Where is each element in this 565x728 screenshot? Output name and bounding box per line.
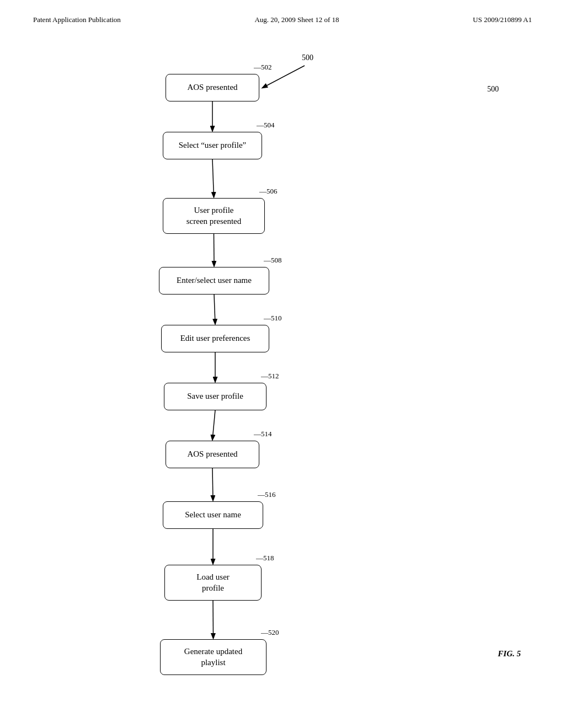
flow-box-502: AOS presented xyxy=(166,74,259,101)
flow-box-506: User profilescreen presented xyxy=(163,198,265,234)
node-label-516: —516 xyxy=(258,490,276,499)
node-label-520: —520 xyxy=(261,628,279,637)
page-header: Patent Application Publication Aug. 20, … xyxy=(0,0,565,30)
flow-box-512: Save user profile xyxy=(164,383,266,410)
node-label-514: —514 xyxy=(254,430,272,438)
flow-box-508: Enter/select user name xyxy=(159,267,269,295)
svg-line-7 xyxy=(212,468,213,500)
node-label-506: —506 xyxy=(259,187,278,196)
flow-box-510: Edit user preferences xyxy=(161,325,269,352)
node-label-502: —502 xyxy=(254,63,272,72)
header-right: US 2009/210899 A1 xyxy=(473,15,532,24)
node-label-508: —508 xyxy=(264,256,282,265)
svg-line-4 xyxy=(214,295,215,324)
svg-line-6 xyxy=(212,410,215,440)
flow-box-514: AOS presented xyxy=(166,441,259,468)
flow-box-516: Select user name xyxy=(163,501,263,529)
flow-arrows xyxy=(0,30,565,703)
svg-line-3 xyxy=(214,234,215,266)
header-middle: Aug. 20, 2009 Sheet 12 of 18 xyxy=(254,15,339,24)
svg-line-2 xyxy=(212,159,214,197)
svg-line-9 xyxy=(213,601,214,638)
ref-500-label: 500 xyxy=(302,53,313,62)
node-label-510: —510 xyxy=(264,314,282,323)
flow-box-520: Generate updatedplaylist xyxy=(160,639,266,675)
diagram-container: FIG. 5 500 AOS presented—502Select “user… xyxy=(0,30,565,703)
node-label-518: —518 xyxy=(256,554,274,563)
flow-box-504: Select “user profile” xyxy=(163,132,262,159)
node-label-512: —512 xyxy=(261,372,279,381)
header-left: Patent Application Publication xyxy=(33,15,121,24)
figure-label: FIG. 5 xyxy=(498,649,521,659)
flow-box-518: Load userprofile xyxy=(164,565,262,601)
diagram-ref-label: 500 xyxy=(487,85,499,94)
node-label-504: —504 xyxy=(257,121,275,130)
